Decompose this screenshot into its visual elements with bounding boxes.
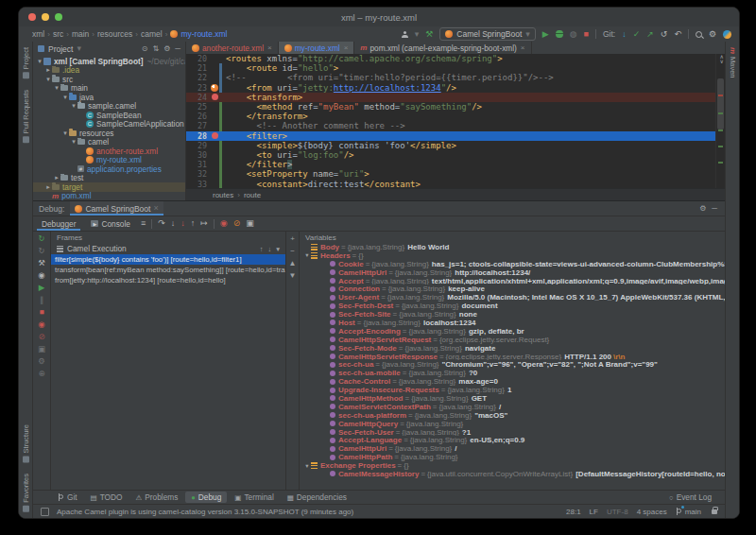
line-ending[interactable]: LF — [590, 508, 598, 516]
variable-row-cache-control[interactable]: Cache-Control={java.lang.String}max-age=… — [300, 377, 725, 386]
variable-row-camelhttpuri[interactable]: CamelHttpUri={java.lang.String}/ — [300, 444, 725, 453]
variable-row-camelhttpservletresponse[interactable]: CamelHttpServletResponse={org.eclipse.je… — [300, 353, 725, 361]
code-line-25[interactable]: 25 <method ref="myBean" method="saySomet… — [186, 102, 715, 112]
tool-window-button-terminal[interactable]: ▣Terminal — [229, 492, 279, 503]
code-line-33[interactable]: 33 <constant>direct:test</constant> — [186, 179, 715, 188]
tree-expanded-icon[interactable]: ▾ — [303, 251, 311, 259]
tree-item-idea[interactable]: ▸.idea — [33, 66, 185, 76]
close-tab-icon[interactable]: × — [521, 43, 525, 52]
tree-item-test[interactable]: ▸test — [33, 174, 185, 183]
code-line-23[interactable]: 23 <from uri="jetty:http://localhost:123… — [186, 83, 715, 93]
move-watch-up-button[interactable]: ▲ — [289, 260, 297, 268]
variable-row-connection[interactable]: Connection={java.lang.String}keep-alive — [300, 285, 725, 293]
breadcrumb-item-resources[interactable]: resources — [97, 29, 132, 39]
code-line-31[interactable]: 31 </filter> — [186, 160, 715, 169]
line-number[interactable]: 30 — [186, 150, 210, 160]
variable-row-camelhttpurl[interactable]: CamelHttpUrl={java.lang.String}http://lo… — [300, 268, 725, 277]
breadcrumb-item-src[interactable]: src — [53, 29, 63, 39]
tree-item-another-route-xml[interactable]: another-route.xml — [33, 147, 185, 156]
tree-item-main[interactable]: ▾main — [33, 84, 185, 94]
code-line-21[interactable]: 21 <route id="hello"> — [186, 63, 715, 73]
frame-row[interactable]: transform[bean[ref:myBean method:saySome… — [51, 265, 285, 275]
tree-collapsed-icon[interactable]: ▸ — [53, 174, 60, 181]
breakpoint-icon[interactable] — [212, 132, 218, 139]
tree-item-sample-camel[interactable]: ▾sample.camel — [33, 102, 185, 112]
rollback-button[interactable]: ↶ — [674, 30, 681, 39]
tree-item-samplebean[interactable]: CSampleBean — [33, 111, 185, 120]
push-button[interactable]: ↗ — [646, 30, 654, 39]
tool-window-button-project[interactable]: Project — [22, 47, 30, 78]
update-application-icon[interactable]: ↻ — [38, 247, 44, 255]
line-number[interactable]: 22 — [186, 73, 210, 82]
line-number[interactable]: 23 — [186, 83, 210, 93]
file-encoding[interactable]: UTF-8 — [607, 508, 628, 516]
chevron-down-icon[interactable]: ▾ — [77, 44, 81, 53]
variable-row-body[interactable]: Body={java.lang.String}Hello World — [300, 243, 725, 251]
code-line-27[interactable]: 27 <!-- Another comment here --> — [186, 121, 715, 130]
tool-window-button-dependencies[interactable]: ▦Dependencies — [282, 492, 352, 503]
caret-position[interactable]: 28:1 — [566, 508, 581, 516]
step-into-icon[interactable]: ↓ — [171, 219, 176, 228]
line-number[interactable]: 31 — [186, 160, 210, 169]
breadcrumb-file[interactable]: my-route.xml — [180, 29, 227, 39]
run-configuration-select[interactable]: Camel SpringBoot ▾ — [439, 27, 536, 41]
tree-expanded-icon[interactable]: ▾ — [61, 94, 69, 101]
inspect-icon[interactable]: ◉ — [38, 271, 44, 280]
profile-icon[interactable] — [402, 31, 408, 38]
frame-row[interactable]: from[jetty:http://localhost:1234] [route… — [51, 275, 285, 285]
tree-item-camel[interactable]: ▾camel — [33, 138, 185, 147]
commit-button[interactable]: ✓ — [633, 30, 641, 39]
xml-breadcrumb-routes[interactable]: routes — [213, 191, 233, 199]
editor-tab-my-route-xml[interactable]: my-route.xml× — [279, 42, 355, 54]
camel-route-icon[interactable] — [211, 84, 218, 92]
tree-expanded-icon[interactable]: ▾ — [70, 138, 77, 146]
view-breakpoints-icon[interactable]: ◉ — [38, 320, 44, 329]
modify-run-configuration-icon[interactable]: ⚒ — [38, 259, 45, 268]
step-over-icon[interactable]: ↷ — [158, 219, 165, 228]
expand-collapse-button[interactable]: ⇅ — [152, 44, 159, 53]
variable-row-host[interactable]: Host={java.lang.String}localhost:1234 — [300, 319, 725, 327]
stop-icon[interactable]: ■ — [39, 308, 43, 317]
gutter-marker[interactable] — [210, 132, 219, 139]
tool-window-button-git[interactable]: Git — [52, 492, 83, 503]
breadcrumb-item-camel[interactable]: camel — [141, 29, 163, 39]
scrollbar-thumb[interactable] — [717, 78, 724, 129]
tool-window-switcher-icon[interactable] — [41, 508, 49, 516]
tool-window-button-problems[interactable]: ⚠Problems — [130, 492, 184, 503]
lock-icon[interactable] — [712, 509, 717, 514]
variable-row-upgrade-insecure-requests[interactable]: Upgrade-Insecure-Requests={java.lang.Str… — [300, 386, 725, 394]
event-log-button[interactable]: ○Event Log — [663, 492, 717, 503]
line-number[interactable]: 21 — [186, 63, 210, 73]
hide-panel-button[interactable]: ─ — [712, 204, 717, 213]
pin-icon[interactable]: ⊕ — [38, 370, 44, 378]
run-to-cursor-icon[interactable]: ↦ — [200, 219, 208, 228]
code-with-me-icon[interactable] — [723, 30, 731, 39]
editor-tab-another-route-xml[interactable]: another-route.xml× — [186, 42, 279, 54]
tree-expanded-icon[interactable]: ▾ — [61, 129, 69, 137]
filter-frames-button[interactable]: ▾ — [276, 245, 280, 253]
variable-row-sec-fetch-dest[interactable]: Sec-Fetch-Dest={java.lang.String}documen… — [300, 302, 725, 310]
line-number[interactable]: 32 — [186, 169, 210, 179]
variable-row-headers[interactable]: ▾Headers={} — [300, 251, 725, 260]
tree-item-resources[interactable]: ▾resources — [33, 129, 185, 138]
locate-file-button[interactable]: ⊙ — [142, 44, 148, 53]
editor-tab-pom-xml[interactable]: mpom.xml (camel-example-spring-boot-xml)… — [354, 42, 531, 54]
breakpoint-icon[interactable] — [212, 94, 218, 100]
tab-debugger[interactable]: Debugger — [37, 216, 80, 231]
update-project-button[interactable]: ↓ — [622, 30, 627, 39]
tree-expanded-icon[interactable]: ▾ — [70, 102, 77, 110]
build-hammer-icon[interactable]: ⚒ — [425, 30, 433, 39]
code-line-28[interactable]: 28 <filter> — [186, 131, 715, 141]
tree-item-pom-xml[interactable]: mpom.xml — [33, 192, 185, 201]
step-out-icon[interactable]: ↑ — [191, 219, 196, 228]
variable-row-camelhttpquery[interactable]: CamelHttpQuery={java.lang.String} — [300, 420, 725, 428]
title-bar[interactable]: xml – my-route.xml — [19, 8, 739, 26]
add-watch-button[interactable]: + — [290, 235, 295, 243]
variable-row-sec-ch-ua-platform[interactable]: sec-ch-ua-platform={java.lang.String}"ma… — [300, 411, 725, 420]
line-number[interactable]: 26 — [186, 112, 210, 121]
mute-breakpoints-icon[interactable]: ⊘ — [38, 333, 44, 341]
variable-row-sec-fetch-site[interactable]: Sec-Fetch-Site={java.lang.String}none — [300, 310, 725, 319]
coverage-button[interactable]: ◍ — [570, 30, 577, 39]
gutter-marker[interactable] — [210, 84, 219, 92]
close-tab-icon[interactable]: × — [344, 43, 349, 52]
